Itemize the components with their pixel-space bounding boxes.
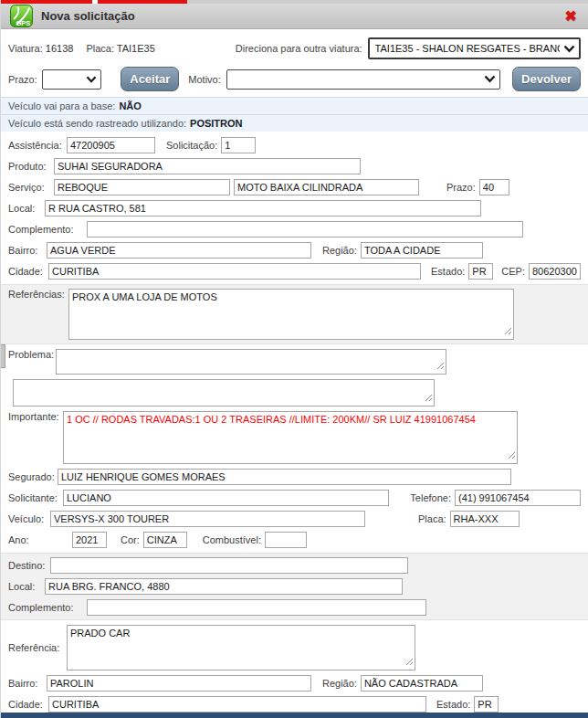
assistencia-label: Assistência:	[8, 140, 67, 151]
ano-input[interactable]	[72, 532, 107, 548]
destino-complemento-input[interactable]	[87, 599, 426, 616]
bairro-row: Bairro: Região:	[8, 242, 581, 259]
regiao-input[interactable]	[361, 242, 483, 259]
close-icon[interactable]: ✖	[565, 9, 577, 24]
chevron-down-icon	[484, 75, 496, 83]
destino-estado-input[interactable]	[474, 696, 499, 713]
placa-input[interactable]	[450, 511, 520, 527]
produto-input[interactable]	[54, 158, 361, 174]
page-scrollbar-thumb[interactable]	[1, 344, 5, 368]
produto-label: Produto:	[8, 161, 54, 172]
status-bar-base: Veículo vai para a base: NÃO	[1, 97, 588, 114]
svg-text:GPS: GPS	[16, 19, 31, 27]
red-strip-segment	[98, 0, 187, 4]
assistencia-input[interactable]	[67, 137, 155, 153]
segurado-row: Segurado:	[8, 469, 581, 485]
complemento-input[interactable]	[87, 221, 523, 238]
observacao-extra-textarea[interactable]	[13, 379, 435, 407]
veiculo-input[interactable]	[50, 511, 365, 527]
base-status-label: Veículo vai para a base:	[8, 100, 115, 111]
gps-icon: GPS	[10, 5, 33, 27]
destino-regiao-label: Região:	[322, 678, 361, 689]
red-strip-segment	[1, 0, 92, 4]
top-red-strip	[1, 0, 588, 4]
destino-row: Destino:	[8, 557, 581, 574]
cep-input[interactable]	[529, 263, 581, 280]
bottom-navy-bar	[1, 713, 588, 718]
problema-textarea[interactable]	[56, 349, 446, 375]
request-form: Assistência: Solicitação: Produto: Servi…	[1, 132, 588, 713]
problema-label: Problema:	[8, 349, 56, 360]
destino-input[interactable]	[50, 557, 408, 574]
destino-local-input[interactable]	[45, 578, 403, 595]
cidade-label: Cidade:	[8, 266, 48, 277]
prazo-input[interactable]	[479, 179, 509, 195]
tracking-status-label: Veículo está sendo rastreado utilizando:	[8, 118, 186, 129]
assistencia-row: Assistência: Solicitação:	[8, 137, 581, 153]
destino-cidade-row: Cidade: Estado:	[8, 696, 581, 713]
aceitar-button[interactable]: Aceitar	[121, 67, 179, 91]
cor-input[interactable]	[143, 532, 187, 548]
tracking-status-value: POSITRON	[190, 118, 242, 129]
solicitacao-input[interactable]	[221, 137, 256, 153]
local-label: Local:	[8, 203, 45, 214]
importante-label: Importante:	[8, 411, 63, 422]
veiculo-row: Veículo: Placa:	[8, 511, 581, 527]
placa-value: TAI1E35	[117, 43, 155, 54]
importante-textarea[interactable]: 1 OC // RODAS TRAVADAS:1 OU 2 TRASEIRAS …	[63, 411, 518, 464]
direciona-select-value: TAI1E35 - SHALON RESGATES - BRANCO - 161…	[375, 43, 560, 54]
motivo-select[interactable]	[226, 69, 500, 90]
vehicle-header-row: Viatura: 16138 Placa: TAI1E35 Direciona …	[1, 29, 588, 63]
cidade-input[interactable]	[48, 263, 421, 280]
bairro-label: Bairro:	[8, 245, 47, 256]
destino-regiao-input[interactable]	[361, 675, 483, 692]
viatura-value: 16138	[46, 43, 74, 54]
ano-label: Ano:	[8, 534, 72, 545]
solicitante-label: Solicitante:	[8, 492, 63, 503]
destino-estado-label: Estado:	[436, 699, 474, 710]
local-row: Local:	[8, 200, 581, 216]
solicitante-input[interactable]	[63, 490, 389, 506]
produto-row: Produto:	[8, 158, 581, 174]
action-row: Prazo: Aceitar Motivo: Devolver	[1, 63, 588, 97]
bairro-input[interactable]	[47, 242, 311, 259]
title-bar: GPS Nova solicitação ✖	[1, 4, 588, 29]
referencias-textarea[interactable]: PROX A UMA LOJA DE MOTOS	[68, 289, 514, 340]
devolver-button[interactable]: Devolver	[512, 67, 581, 91]
prazo-select[interactable]	[42, 69, 101, 90]
destino-label: Destino:	[8, 560, 50, 571]
servico-input[interactable]	[54, 179, 230, 195]
destino-referencia-label: Referência:	[8, 642, 67, 653]
referencias-section: Referências: PROX A UMA LOJA DE MOTOS	[1, 284, 588, 344]
referencias-row: Referências: PROX A UMA LOJA DE MOTOS	[8, 289, 581, 340]
placa-field-label: Placa:	[418, 513, 450, 524]
combustivel-input[interactable]	[265, 532, 307, 548]
destino-bairro-label: Bairro:	[8, 678, 47, 689]
placa-label: Placa:	[86, 43, 114, 54]
cidade-row: Cidade: Estado: CEP:	[8, 263, 581, 280]
page-title: Nova solicitação	[41, 9, 135, 23]
cor-label: Cor:	[121, 534, 143, 545]
referencias-label: Referências:	[8, 289, 68, 300]
servico-tipo-input[interactable]	[234, 179, 419, 195]
destino-complemento-label: Complemento:	[8, 602, 87, 613]
observacao-extra-row	[8, 379, 581, 407]
destino-local-label: Local:	[8, 581, 45, 592]
destino-bairro-input[interactable]	[47, 675, 311, 692]
direciona-viatura-select[interactable]: TAI1E35 - SHALON RESGATES - BRANCO - 161…	[368, 37, 581, 59]
problema-row: Problema:	[8, 349, 581, 375]
destino-local-row: Local:	[8, 578, 581, 595]
status-bar-tracking: Veículo está sendo rastreado utilizando:…	[1, 114, 588, 132]
segurado-label: Segurado:	[8, 471, 58, 482]
segurado-input[interactable]	[58, 469, 511, 485]
destino-referencia-textarea[interactable]: PRADO CAR	[67, 625, 415, 670]
estado-input[interactable]	[468, 263, 493, 280]
cep-label: CEP:	[501, 266, 529, 277]
destino-cidade-label: Cidade:	[8, 699, 48, 710]
local-input[interactable]	[45, 200, 481, 216]
telefone-input[interactable]	[455, 490, 581, 506]
telefone-label: Telefone:	[410, 492, 455, 503]
destino-cidade-input[interactable]	[48, 696, 426, 713]
viatura-label: Viatura:	[8, 43, 43, 54]
base-status-value: NÃO	[119, 100, 141, 111]
